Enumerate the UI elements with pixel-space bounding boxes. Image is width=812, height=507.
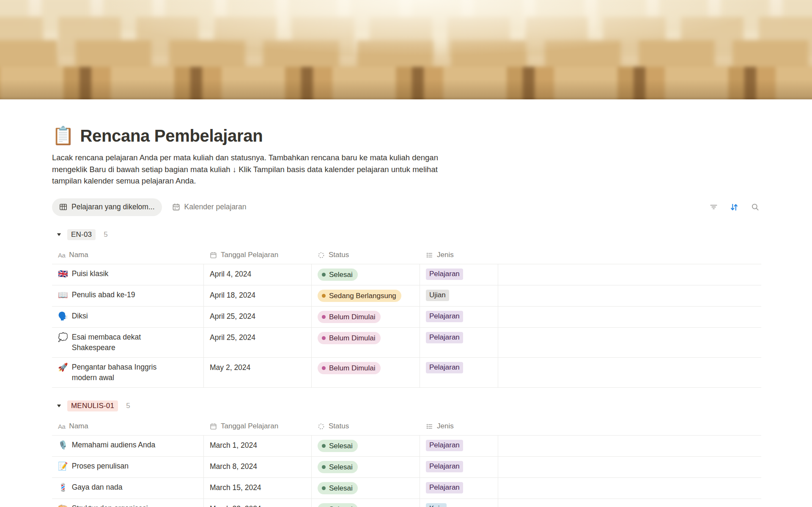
status-dot-icon <box>322 336 326 340</box>
row-name: Puisi klasik <box>72 269 109 279</box>
row-type-cell[interactable]: Pelajaran <box>420 478 498 499</box>
group-toggle-icon[interactable] <box>54 230 63 239</box>
row-status-cell[interactable]: Sedang Berlangsung <box>312 285 420 306</box>
row-name-cell[interactable]: 🏗️ Struktur dan organisasi <box>52 499 204 507</box>
row-empty-cell[interactable] <box>498 457 761 477</box>
status-dot-icon <box>322 294 326 298</box>
tab-grouped-lessons[interactable]: Pelajaran yang dikelom... <box>52 198 162 216</box>
row-empty-cell[interactable] <box>498 478 761 499</box>
row-status-cell[interactable]: Selesai <box>312 264 420 285</box>
row-date: April 25, 2024 <box>210 312 255 321</box>
row-empty-cell[interactable] <box>498 436 761 456</box>
row-date-cell[interactable]: April 25, 2024 <box>204 328 312 357</box>
row-name-cell[interactable]: 🎙️ Memahami audiens Anda <box>52 436 204 456</box>
filter-button[interactable] <box>707 201 720 214</box>
status-badge: Belum Dimulai <box>329 362 376 374</box>
row-status-cell[interactable]: Belum Dimulai <box>312 328 420 357</box>
column-label: Nama <box>69 251 88 259</box>
column-header-nama[interactable]: Aa Nama <box>52 251 204 259</box>
status-dot-icon <box>322 486 326 490</box>
status-badge: Selesai <box>329 269 353 281</box>
row-status-cell[interactable]: Selesai <box>312 457 420 477</box>
column-label: Nama <box>69 422 88 430</box>
row-status-cell[interactable]: Belum Dimulai <box>312 358 420 387</box>
memo-icon: 📝 <box>58 461 68 471</box>
row-empty-cell[interactable] <box>498 328 761 357</box>
table-header-row: Aa Nama Tanggal Pelajaran Status Jenis <box>52 247 761 264</box>
row-type-cell[interactable]: Pelajaran <box>420 307 498 327</box>
group-menulis-01: MENULIS-01 5 Aa Nama Tanggal Pelajaran S… <box>52 399 761 507</box>
type-badge: Pelajaran <box>426 362 463 373</box>
page-icon[interactable]: 📋 <box>52 126 74 146</box>
search-button[interactable] <box>749 201 761 214</box>
row-type-cell[interactable]: Pelajaran <box>420 264 498 285</box>
page-header: 📋 Rencana Pembelajaran <box>52 126 761 146</box>
row-empty-cell[interactable] <box>498 499 761 507</box>
group-toggle-icon[interactable] <box>54 401 63 411</box>
row-type-cell[interactable]: Ujian <box>420 285 498 306</box>
status-badge: Sedang Berlangsung <box>329 290 396 302</box>
row-date-cell[interactable]: May 2, 2024 <box>204 358 312 387</box>
cover-image <box>0 0 812 99</box>
row-date-cell[interactable]: March 15, 2024 <box>204 478 312 499</box>
calendar-icon <box>210 252 217 259</box>
column-label: Status <box>329 251 349 259</box>
row-name-cell[interactable]: 🚀 Pengantar bahasa Inggris modern awal <box>52 358 204 387</box>
row-name: Esai membaca dekat Shakespeare <box>72 332 181 353</box>
row-name-cell[interactable]: 💈 Gaya dan nada <box>52 478 204 499</box>
row-status-cell[interactable]: Selesai <box>312 436 420 456</box>
column-header-nama[interactable]: Aa Nama <box>52 422 204 430</box>
table-row: 🇬🇧 Puisi klasik April 4, 2024 Selesai Pe… <box>52 264 761 285</box>
sort-button[interactable] <box>728 201 741 214</box>
row-date-cell[interactable]: April 4, 2024 <box>204 264 312 285</box>
table-row: 🚀 Pengantar bahasa Inggris modern awal M… <box>52 358 761 388</box>
column-header-tanggal[interactable]: Tanggal Pelajaran <box>204 251 312 259</box>
row-type-cell[interactable]: Kuis <box>420 499 498 507</box>
row-type-cell[interactable]: Pelajaran <box>420 328 498 357</box>
row-name-cell[interactable]: 📝 Proses penulisan <box>52 457 204 477</box>
row-date-cell[interactable]: March 22, 2024 <box>204 499 312 507</box>
row-type-cell[interactable]: Pelajaran <box>420 457 498 477</box>
row-name-cell[interactable]: 📖 Penulis abad ke-19 <box>52 285 204 306</box>
row-name-cell[interactable]: 🗣️ Diksi <box>52 307 204 327</box>
row-empty-cell[interactable] <box>498 358 761 387</box>
search-icon <box>751 203 759 211</box>
column-header-status[interactable]: Status <box>312 422 420 430</box>
page-title[interactable]: Rencana Pembelajaran <box>80 126 263 145</box>
row-status-cell[interactable]: Belum Dimulai <box>312 307 420 327</box>
row-status-cell[interactable]: Selesai <box>312 499 420 507</box>
table-row: 💭 Esai membaca dekat Shakespeare April 2… <box>52 328 761 358</box>
column-header-status[interactable]: Status <box>312 251 420 259</box>
row-status-cell[interactable]: Selesai <box>312 478 420 499</box>
table-row: 💈 Gaya dan nada March 15, 2024 Selesai P… <box>52 478 761 499</box>
row-name-cell[interactable]: 🇬🇧 Puisi klasik <box>52 264 204 285</box>
calendar-icon <box>210 423 217 430</box>
row-date-cell[interactable]: April 18, 2024 <box>204 285 312 306</box>
group-name-badge[interactable]: MENULIS-01 <box>67 400 118 411</box>
table-row: 🗣️ Diksi April 25, 2024 Belum Dimulai Pe… <box>52 307 761 328</box>
table-row: 🏗️ Struktur dan organisasi March 22, 202… <box>52 499 761 507</box>
row-name: Memahami audiens Anda <box>72 440 155 450</box>
row-date-cell[interactable]: April 25, 2024 <box>204 307 312 327</box>
tab-lesson-calendar-label: Kalender pelajaran <box>184 203 247 211</box>
row-type-cell[interactable]: Pelajaran <box>420 436 498 456</box>
row-date-cell[interactable]: March 1, 2024 <box>204 436 312 456</box>
column-header-jenis[interactable]: Jenis <box>420 422 498 430</box>
group-count: 5 <box>126 402 130 410</box>
building-construction-icon: 🏗️ <box>58 503 68 507</box>
row-empty-cell[interactable] <box>498 285 761 306</box>
status-dot-icon <box>322 465 326 469</box>
tab-lesson-calendar[interactable]: Kalender pelajaran <box>172 203 247 211</box>
page-description[interactable]: Lacak rencana pelajaran Anda per mata ku… <box>52 152 456 187</box>
status-badge: Selesai <box>329 440 353 452</box>
row-type-cell[interactable]: Pelajaran <box>420 358 498 387</box>
row-empty-cell[interactable] <box>498 307 761 327</box>
sort-icon <box>730 203 738 211</box>
lessons-table: Aa Nama Tanggal Pelajaran Status Jenis <box>52 418 761 507</box>
row-name-cell[interactable]: 💭 Esai membaca dekat Shakespeare <box>52 328 204 357</box>
column-header-jenis[interactable]: Jenis <box>420 251 498 259</box>
row-date-cell[interactable]: March 8, 2024 <box>204 457 312 477</box>
group-name-badge[interactable]: EN-03 <box>67 229 96 240</box>
column-header-tanggal[interactable]: Tanggal Pelajaran <box>204 422 312 430</box>
row-empty-cell[interactable] <box>498 264 761 285</box>
